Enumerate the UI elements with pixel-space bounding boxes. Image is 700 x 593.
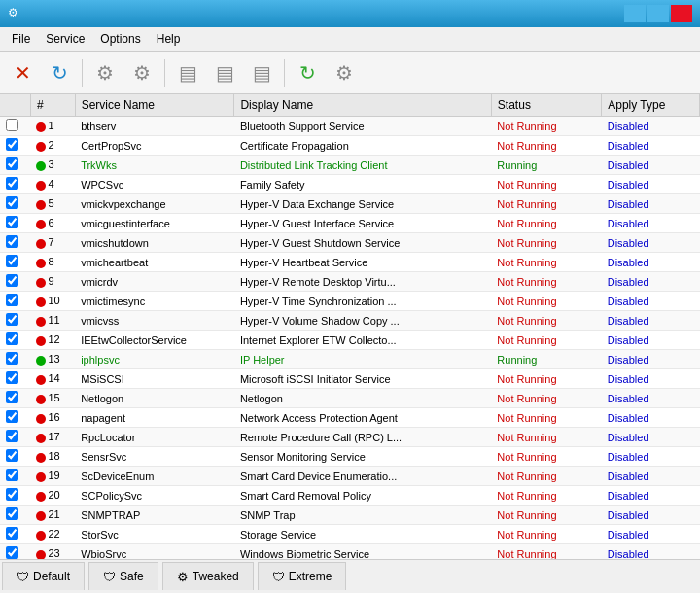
table-row[interactable]: 12IEEtwCollectorServiceInternet Explorer… xyxy=(0,331,700,350)
table-row[interactable]: 21SNMPTRAPSNMP TrapNot RunningDisabled xyxy=(0,506,700,525)
row-checkbox[interactable] xyxy=(6,313,18,326)
row-display-name: Hyper-V Heartbeat Service xyxy=(234,253,491,272)
config-button[interactable]: ⚙ xyxy=(328,56,361,89)
row-checkbox[interactable] xyxy=(6,332,18,345)
table-row[interactable]: 20SCPolicySvcSmart Card Removal PolicyNo… xyxy=(0,486,700,506)
menu-item-service[interactable]: Service xyxy=(38,29,92,49)
row-service-name: vmicshutdown xyxy=(75,233,234,253)
row-number: 2 xyxy=(30,136,75,156)
table-row[interactable]: 11vmicvssHyper-V Volume Shadow Copy ...N… xyxy=(0,311,700,331)
tweaked-tab[interactable]: ⚙Tweaked xyxy=(162,562,254,590)
row-apply-type: Disabled xyxy=(602,233,700,253)
row-checkbox[interactable] xyxy=(6,527,18,540)
row-checkbox[interactable] xyxy=(6,274,18,287)
menu-item-file[interactable]: File xyxy=(4,29,38,49)
row-checkbox[interactable] xyxy=(6,119,18,131)
table-row[interactable]: 4WPCSvcFamily SafetyNot RunningDisabled xyxy=(0,175,700,194)
row-checkbox[interactable] xyxy=(6,391,18,403)
status-bar: 🛡Default🛡Safe⚙Tweaked🛡Extreme xyxy=(0,559,700,590)
row-number: 5 xyxy=(30,194,75,214)
maximize-button[interactable] xyxy=(648,5,669,22)
row-checkbox[interactable] xyxy=(6,430,18,442)
table-row[interactable]: 16napagentNetwork Access Protection Agen… xyxy=(0,408,700,428)
default-tab[interactable]: 🛡Default xyxy=(2,562,85,590)
table-row[interactable]: 22StorSvcStorage ServiceNot RunningDisab… xyxy=(0,525,700,544)
row-checkbox[interactable] xyxy=(6,255,18,267)
row-apply-type: Disabled xyxy=(602,389,700,408)
list2-button[interactable]: ▤ xyxy=(208,56,241,89)
row-status: Not Running xyxy=(491,486,601,506)
row-service-name: SCPolicySvc xyxy=(75,486,234,506)
row-display-name: Certificate Propagation xyxy=(234,136,491,156)
refresh-button[interactable]: ↻ xyxy=(43,56,76,89)
row-checkbox[interactable] xyxy=(6,235,18,248)
table-row[interactable]: 15NetlogonNetlogonNot RunningDisabled xyxy=(0,389,700,408)
list1-button[interactable]: ▤ xyxy=(171,56,204,89)
close-button[interactable] xyxy=(671,5,692,22)
list3-button[interactable]: ▤ xyxy=(245,56,278,89)
stop-button[interactable]: ✕ xyxy=(6,56,39,89)
row-number: 15 xyxy=(30,389,75,408)
table-row[interactable]: 7vmicshutdownHyper-V Guest Shutdown Serv… xyxy=(0,233,700,253)
table-row[interactable]: 17RpcLocatorRemote Procedure Call (RPC) … xyxy=(0,428,700,447)
row-status: Not Running xyxy=(491,311,601,331)
row-checkbox[interactable] xyxy=(6,469,18,481)
table-row[interactable]: 3TrkWksDistributed Link Tracking ClientR… xyxy=(0,156,700,175)
status-dot-red xyxy=(36,453,46,463)
menu-item-help[interactable]: Help xyxy=(149,29,189,49)
table-row[interactable]: 6vmicguestinterfaceHyper-V Guest Interfa… xyxy=(0,214,700,233)
tweaked-tab-label: Tweaked xyxy=(192,570,239,583)
table-row[interactable]: 8vmicheartbeatHyper-V Heartbeat ServiceN… xyxy=(0,253,700,272)
row-service-name: vmicvss xyxy=(75,311,234,331)
row-status: Not Running xyxy=(491,369,601,389)
menu-bar: FileServiceOptionsHelp xyxy=(0,27,700,52)
row-status: Not Running xyxy=(491,544,601,560)
row-number: 20 xyxy=(30,486,75,506)
toolbar: ✕↻⚙⚙▤▤▤↻⚙ xyxy=(0,52,700,94)
status-dot-red xyxy=(36,511,46,521)
row-checkbox[interactable] xyxy=(6,488,18,501)
safe-tab-label: Safe xyxy=(120,570,144,583)
table-row[interactable]: 23WbioSrvcWindows Biometric ServiceNot R… xyxy=(0,544,700,560)
row-checkbox[interactable] xyxy=(6,196,18,209)
table-row[interactable]: 14MSiSCSIMicrosoft iSCSI Initiator Servi… xyxy=(0,369,700,389)
settings2-button[interactable]: ⚙ xyxy=(125,56,158,89)
row-status: Not Running xyxy=(491,233,601,253)
row-display-name: SNMP Trap xyxy=(234,506,491,525)
table-row[interactable]: 18SensrSvcSensor Monitoring ServiceNot R… xyxy=(0,447,700,467)
table-row[interactable]: 19ScDeviceEnumSmart Card Device Enumerat… xyxy=(0,467,700,486)
menu-item-options[interactable]: Options xyxy=(92,29,148,49)
services-table-container[interactable]: # Service Name Display Name Status Apply… xyxy=(0,94,700,559)
table-row[interactable]: 5vmickvpexchangeHyper-V Data Exchange Se… xyxy=(0,194,700,214)
row-checkbox[interactable] xyxy=(6,157,18,170)
row-service-name: WPCSvc xyxy=(75,175,234,194)
table-row[interactable]: 9vmicrdvHyper-V Remote Desktop Virtu...N… xyxy=(0,272,700,292)
tweaked-tab-icon: ⚙ xyxy=(177,570,189,584)
table-row[interactable]: 2CertPropSvcCertificate PropagationNot R… xyxy=(0,136,700,156)
row-checkbox[interactable] xyxy=(6,546,18,559)
row-checkbox[interactable] xyxy=(6,449,18,462)
row-number: 9 xyxy=(30,272,75,292)
table-row[interactable]: 10vmictimesyncHyper-V Time Synchronizati… xyxy=(0,292,700,311)
minimize-button[interactable] xyxy=(624,5,646,22)
status-dot-red xyxy=(36,278,46,288)
row-apply-type: Disabled xyxy=(602,194,700,214)
row-checkbox[interactable] xyxy=(6,294,18,306)
settings1-button[interactable]: ⚙ xyxy=(88,56,122,89)
row-status: Not Running xyxy=(491,408,601,428)
table-row[interactable]: 1bthservBluetooth Support ServiceNot Run… xyxy=(0,117,700,136)
safe-tab[interactable]: 🛡Safe xyxy=(88,562,158,590)
extreme-tab[interactable]: 🛡Extreme xyxy=(258,562,347,590)
row-apply-type: Disabled xyxy=(602,311,700,331)
row-status: Not Running xyxy=(491,214,601,233)
table-row[interactable]: 13iphlpsvcIP HelperRunningDisabled xyxy=(0,350,700,369)
row-checkbox[interactable] xyxy=(6,371,18,384)
row-checkbox[interactable] xyxy=(6,410,18,423)
refresh2-button[interactable]: ↻ xyxy=(291,56,324,89)
row-service-name: WbioSrvc xyxy=(75,544,234,560)
row-checkbox[interactable] xyxy=(6,507,18,520)
row-checkbox[interactable] xyxy=(6,352,18,365)
row-checkbox[interactable] xyxy=(6,177,18,190)
row-checkbox[interactable] xyxy=(6,216,18,228)
row-checkbox[interactable] xyxy=(6,138,18,151)
